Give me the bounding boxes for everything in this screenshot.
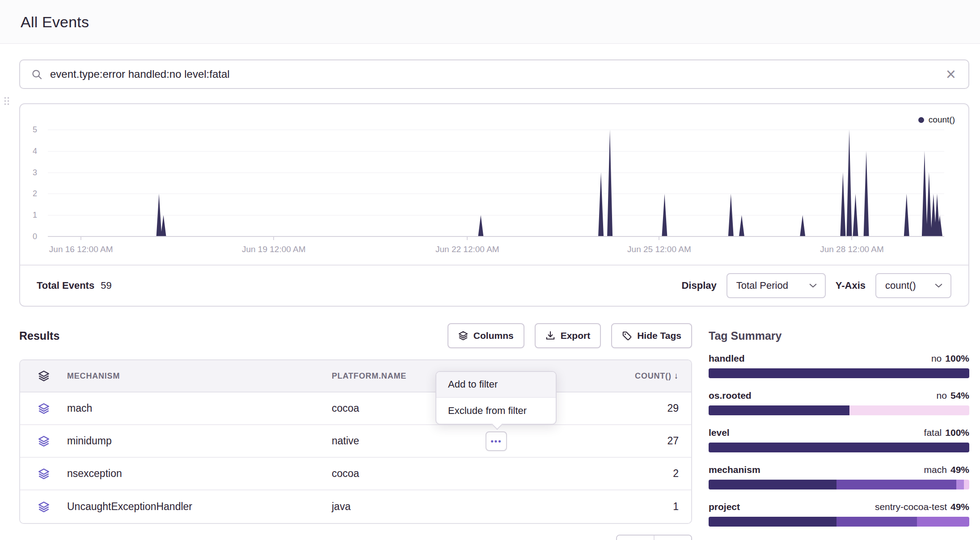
results-header: Results Columns Export Hide Tags xyxy=(19,323,692,348)
chart-x-ticks xyxy=(48,237,944,240)
platform-cell: native xyxy=(332,435,584,447)
mechanism-cell: nsexception xyxy=(67,468,332,480)
layers-icon xyxy=(38,501,50,513)
tag-entry: mechanism mach 49% xyxy=(709,464,969,489)
tag-top-value: no xyxy=(937,390,947,401)
tag-name: level xyxy=(709,427,730,438)
total-events-label: Total Events xyxy=(37,280,94,291)
search-bar[interactable]: event.type:error handled:no level:fatal … xyxy=(19,59,969,89)
search-icon xyxy=(31,68,43,80)
legend-dot-icon xyxy=(918,117,924,123)
drag-handle[interactable] xyxy=(4,96,11,107)
menu-item-add-to-filter[interactable]: Add to filter xyxy=(436,372,556,398)
context-menu: Add to filter Exclude from filter xyxy=(435,371,557,425)
platform-cell: java xyxy=(332,501,584,513)
table-row[interactable]: UncaughtExceptionHandler java 1 xyxy=(20,490,691,523)
count-cell: 27 xyxy=(584,435,691,447)
yaxis-select-value: count() xyxy=(885,280,916,291)
tag-entry: level fatal 100% xyxy=(709,427,969,452)
tag-entry: handled no 100% xyxy=(709,353,969,378)
tag-name: mechanism xyxy=(709,464,760,475)
layers-icon xyxy=(38,370,50,382)
pagination-next-button[interactable] xyxy=(655,536,691,540)
tag-name: project xyxy=(709,502,740,512)
tag-summary: Tag Summary handled no 100% os.rooted no… xyxy=(709,329,969,539)
chart-x-axis: Jun 16 12:00 AMJun 19 12:00 AMJun 22 12:… xyxy=(48,245,944,255)
mechanism-cell: UncaughtExceptionHandler xyxy=(67,501,332,513)
table-row[interactable]: mach cocoa 29 xyxy=(20,392,691,425)
chart-y-axis: 012345 xyxy=(20,130,42,236)
columns-button[interactable]: Columns xyxy=(448,323,524,348)
tag-summary-heading: Tag Summary xyxy=(709,329,969,342)
column-header-mechanism[interactable]: MECHANISM xyxy=(67,371,332,381)
download-icon xyxy=(545,331,555,341)
total-events: Total Events 59 xyxy=(37,280,112,291)
tag-entry: os.rooted no 54% xyxy=(709,390,969,415)
chart-footer: Total Events 59 Display Total Period Y-A… xyxy=(20,265,968,306)
layers-icon xyxy=(38,403,50,414)
cell-actions-button[interactable]: ••• xyxy=(486,431,507,451)
platform-cell: cocoa xyxy=(332,468,584,480)
count-header-label: COUNT() xyxy=(635,371,672,380)
tag-distribution-bar[interactable] xyxy=(709,405,969,415)
tag-top-value: mach xyxy=(924,464,947,475)
total-events-value: 59 xyxy=(101,280,111,291)
count-cell: 1 xyxy=(584,501,691,513)
tag-entry: project sentry-cocoa-test 49% xyxy=(709,502,969,527)
tag-top-value: sentry-cocoa-test xyxy=(875,502,947,512)
chart-plot[interactable] xyxy=(48,130,944,236)
search-input[interactable]: event.type:error handled:no level:fatal xyxy=(50,68,937,80)
results-table: MECHANISM PLATFORM.NAME COUNT()↓ mach co… xyxy=(19,359,692,524)
tag-top-percent: 54% xyxy=(950,390,969,401)
table-header-row: MECHANISM PLATFORM.NAME COUNT()↓ xyxy=(20,360,691,392)
layers-icon xyxy=(38,435,50,447)
layers-icon xyxy=(38,468,50,480)
mechanism-cell: minidump xyxy=(67,435,332,447)
tag-name: handled xyxy=(709,353,745,364)
chart-legend[interactable]: count() xyxy=(918,115,955,125)
tag-top-percent: 100% xyxy=(945,427,969,438)
sort-desc-icon: ↓ xyxy=(674,371,679,380)
events-chart-panel: count() 012345 Jun 16 12:00 AMJun 19 12:… xyxy=(19,103,969,307)
chevron-down-icon xyxy=(935,283,942,288)
tag-icon xyxy=(622,331,632,341)
export-button[interactable]: Export xyxy=(535,323,601,348)
tag-top-percent: 100% xyxy=(945,353,969,364)
page-header: All Events xyxy=(0,0,980,44)
tag-top-percent: 49% xyxy=(950,464,969,475)
display-select-value: Total Period xyxy=(736,280,788,291)
chevron-down-icon xyxy=(809,283,817,288)
hide-tags-button-label: Hide Tags xyxy=(637,330,681,341)
tag-distribution-bar[interactable] xyxy=(709,443,969,452)
count-cell: 29 xyxy=(584,402,691,414)
yaxis-select[interactable]: count() xyxy=(875,273,951,298)
hide-tags-button[interactable]: Hide Tags xyxy=(611,323,692,348)
results-heading: Results xyxy=(19,329,59,342)
display-label: Display xyxy=(681,280,716,291)
display-select[interactable]: Total Period xyxy=(727,273,826,298)
results-toolbar: Columns Export Hide Tags xyxy=(448,323,692,348)
legend-label: count() xyxy=(929,115,955,125)
clear-search-button[interactable]: × xyxy=(944,66,958,83)
layers-icon xyxy=(458,331,468,341)
tag-top-value: fatal xyxy=(924,427,942,438)
tag-distribution-bar[interactable] xyxy=(709,517,969,527)
table-row[interactable]: nsexception cocoa 2 xyxy=(20,458,691,490)
page-title: All Events xyxy=(21,13,89,30)
mechanism-cell: mach xyxy=(67,402,332,414)
tag-name: os.rooted xyxy=(709,390,752,401)
pagination-prev-button[interactable] xyxy=(617,536,655,540)
columns-button-label: Columns xyxy=(473,330,514,341)
tag-distribution-bar[interactable] xyxy=(709,480,969,489)
tag-top-value: no xyxy=(931,353,942,364)
drag-dots-icon xyxy=(4,96,10,106)
table-row[interactable]: minidump native 27 xyxy=(20,425,691,458)
tag-distribution-bar[interactable] xyxy=(709,368,969,378)
tag-top-percent: 49% xyxy=(950,502,969,512)
yaxis-label: Y-Axis xyxy=(836,280,866,291)
pagination xyxy=(616,535,692,540)
count-cell: 2 xyxy=(584,468,691,480)
column-header-count[interactable]: COUNT()↓ xyxy=(584,371,691,381)
export-button-label: Export xyxy=(561,330,591,341)
